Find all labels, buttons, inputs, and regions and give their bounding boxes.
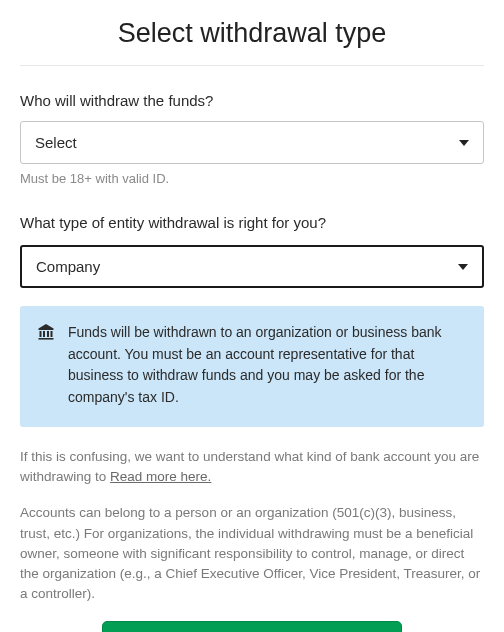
help-accounts: Accounts can belong to a person or an or… — [20, 503, 484, 604]
who-select[interactable]: Select — [20, 121, 484, 164]
svg-rect-4 — [39, 338, 54, 340]
svg-rect-0 — [40, 331, 42, 337]
who-hint: Must be 18+ with valid ID. — [20, 171, 484, 186]
help-confusing: If this is confusing, we want to underst… — [20, 447, 484, 488]
read-more-link[interactable]: Read more here. — [110, 469, 211, 484]
bank-icon — [38, 324, 54, 344]
entity-select-value: Company — [36, 258, 100, 275]
entity-select[interactable]: Company — [20, 245, 484, 288]
who-label: Who will withdraw the funds? — [20, 92, 484, 109]
page-title: Select withdrawal type — [20, 18, 484, 65]
svg-rect-2 — [47, 331, 49, 337]
chevron-down-icon — [458, 264, 468, 270]
next-button[interactable]: Next — [102, 621, 402, 633]
info-text: Funds will be withdrawn to an organizati… — [68, 322, 466, 409]
info-box: Funds will be withdrawn to an organizati… — [20, 306, 484, 427]
svg-rect-1 — [43, 331, 45, 337]
svg-rect-3 — [51, 331, 53, 337]
entity-label: What type of entity withdrawal is right … — [20, 214, 484, 231]
who-select-value: Select — [35, 134, 77, 151]
help-confusing-text: If this is confusing, we want to underst… — [20, 449, 479, 484]
chevron-down-icon — [459, 140, 469, 146]
divider — [20, 65, 484, 66]
